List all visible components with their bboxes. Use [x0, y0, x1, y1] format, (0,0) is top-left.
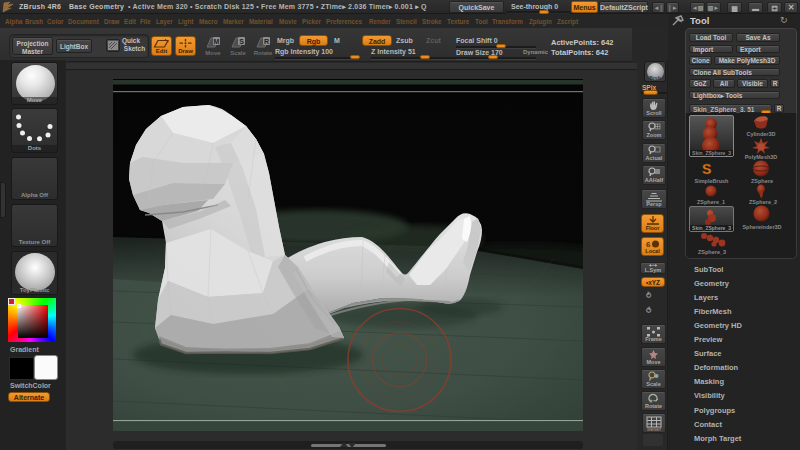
svg-text:R: R [264, 38, 269, 45]
svg-text:S: S [702, 161, 711, 177]
svg-text:S: S [239, 38, 244, 45]
svg-text:M: M [214, 38, 220, 45]
